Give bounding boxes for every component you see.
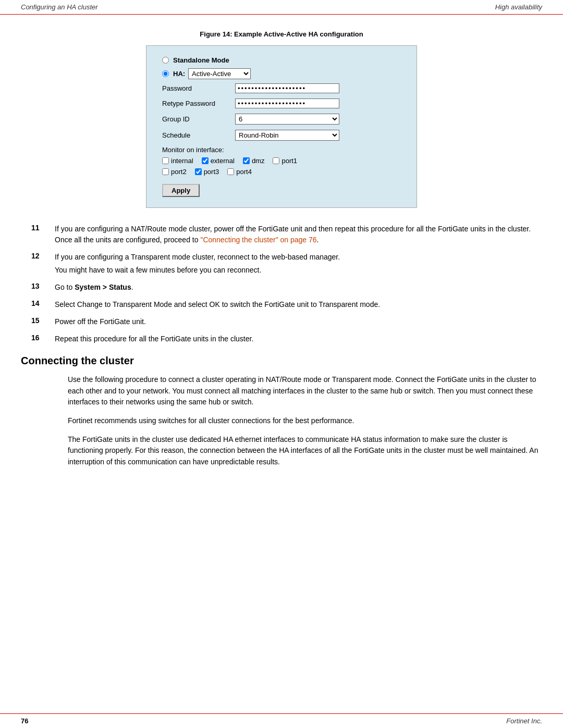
- step-12: 12 If you are configuring a Transparent …: [31, 252, 542, 276]
- numbered-steps: 11 If you are configuring a NAT/Route mo…: [31, 224, 542, 344]
- step-15-number: 15: [31, 316, 55, 327]
- checkbox-port4[interactable]: port4: [227, 168, 252, 176]
- step-12-subtext: You might have to wait a few minutes bef…: [55, 265, 542, 276]
- monitor-label: Monitor on interface:: [162, 146, 401, 154]
- password-label: Password: [162, 84, 235, 92]
- checkbox-port3[interactable]: port3: [195, 168, 219, 176]
- checkbox-port3-input[interactable]: [195, 168, 202, 175]
- group-id-row: Group ID 6: [162, 114, 401, 125]
- checkbox-external[interactable]: external: [202, 157, 235, 165]
- section-para-2: Fortinet recommends using switches for a…: [68, 415, 542, 427]
- section-para-3: The FortiGate units in the cluster use d…: [68, 434, 542, 468]
- figure-caption: Figure 14: Example Active-Active HA conf…: [200, 30, 363, 38]
- step-13-text: Go to System > Status.: [55, 282, 542, 293]
- company-name: Fortinet Inc.: [506, 717, 542, 725]
- step-11-number: 11: [31, 224, 55, 245]
- checkbox-port2-input[interactable]: [162, 168, 169, 175]
- checkbox-external-input[interactable]: [202, 157, 209, 164]
- checkbox-internal-input[interactable]: [162, 157, 169, 164]
- group-id-select[interactable]: 6: [235, 114, 339, 125]
- section-para-1: Use the following procedure to connect a…: [68, 374, 542, 408]
- header-left: Configuring an HA cluster: [21, 3, 98, 11]
- step-13: 13 Go to System > Status.: [31, 282, 542, 293]
- ha-radio[interactable]: [162, 70, 169, 77]
- step-15: 15 Power off the FortiGate unit.: [31, 316, 542, 327]
- retype-password-label: Retype Password: [162, 100, 235, 107]
- checkbox-port1-input[interactable]: [273, 157, 279, 164]
- standalone-radio[interactable]: [162, 57, 169, 64]
- checkbox-port4-input[interactable]: [227, 168, 234, 175]
- standalone-row: Standalone Mode: [162, 56, 401, 64]
- checkbox-port2[interactable]: port2: [162, 168, 187, 176]
- page-header: Configuring an HA cluster High availabil…: [0, 0, 563, 15]
- password-input[interactable]: [235, 83, 339, 93]
- ha-mode-row: HA: Active-Active Active-Passive Standal…: [162, 68, 401, 79]
- checkbox-dmz[interactable]: dmz: [243, 157, 265, 165]
- schedule-select[interactable]: Round-Robin Weighted Round-Robin Random: [235, 130, 339, 141]
- apply-button[interactable]: Apply: [162, 184, 200, 197]
- password-row: Password: [162, 83, 401, 93]
- page-footer: 76 Fortinet Inc.: [0, 713, 563, 728]
- ha-mode-select[interactable]: Active-Active Active-Passive Standalone: [188, 68, 251, 79]
- step-13-number: 13: [31, 282, 55, 293]
- step-14-text: Select Change to Transparent Mode and se…: [55, 299, 542, 310]
- main-content: Figure 14: Example Active-Active HA conf…: [0, 15, 563, 496]
- page-number: 76: [21, 717, 28, 725]
- checkbox-row-2: port2 port3 port4: [162, 168, 401, 176]
- connecting-cluster-link[interactable]: "Connecting the cluster" on page 76: [200, 236, 316, 244]
- checkbox-internal[interactable]: internal: [162, 157, 193, 165]
- figure-container: Figure 14: Example Active-Active HA conf…: [21, 30, 542, 208]
- retype-password-input[interactable]: [235, 98, 339, 108]
- retype-password-row: Retype Password: [162, 98, 401, 108]
- standalone-label: Standalone Mode: [173, 56, 229, 64]
- schedule-row: Schedule Round-Robin Weighted Round-Robi…: [162, 130, 401, 141]
- group-id-label: Group ID: [162, 115, 235, 123]
- step-14-number: 14: [31, 299, 55, 310]
- checkbox-row-1: internal external dmz port1: [162, 157, 401, 165]
- step-16-number: 16: [31, 334, 55, 344]
- checkbox-dmz-input[interactable]: [243, 157, 250, 164]
- step-12-text: If you are configuring a Transparent mod…: [55, 252, 542, 276]
- ha-label: HA:: [173, 70, 185, 78]
- step-16-text: Repeat this procedure for all the FortiG…: [55, 334, 542, 344]
- step-16: 16 Repeat this procedure for all the For…: [31, 334, 542, 344]
- ha-config-box: Standalone Mode HA: Active-Active Active…: [146, 45, 417, 208]
- section-heading: Connecting the cluster: [21, 355, 542, 367]
- header-right: High availability: [495, 3, 542, 11]
- step-11-text: If you are configuring a NAT/Route mode …: [55, 224, 542, 245]
- checkbox-port1[interactable]: port1: [273, 157, 297, 165]
- step-15-text: Power off the FortiGate unit.: [55, 316, 542, 327]
- step-11: 11 If you are configuring a NAT/Route mo…: [31, 224, 542, 245]
- schedule-label: Schedule: [162, 131, 235, 139]
- step-14: 14 Select Change to Transparent Mode and…: [31, 299, 542, 310]
- step-12-number: 12: [31, 252, 55, 276]
